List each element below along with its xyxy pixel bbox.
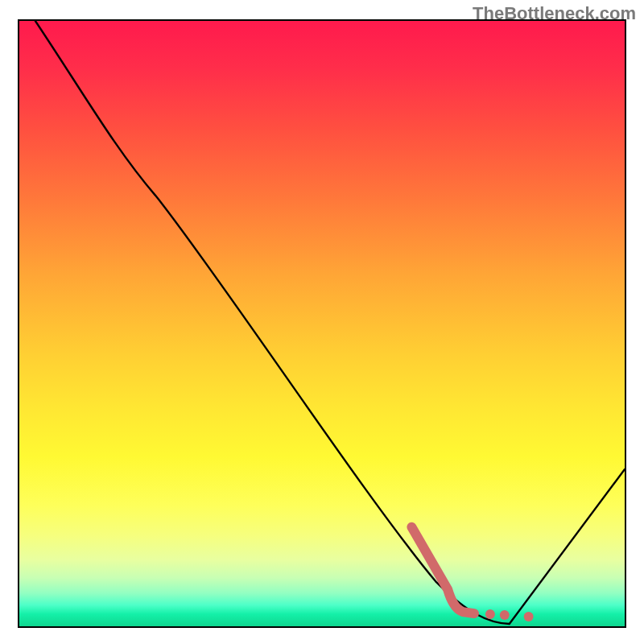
bottleneck-curve — [35, 21, 625, 624]
highlight-segment — [411, 527, 474, 613]
watermark-text: TheBottleneck.com — [473, 3, 636, 24]
highlight-dot — [500, 610, 510, 620]
plot-frame — [18, 19, 626, 628]
curves-overlay — [19, 21, 625, 626]
highlight-dot — [524, 612, 534, 621]
chart-container: TheBottleneck.com — [0, 0, 644, 644]
highlight-dot — [485, 609, 495, 619]
